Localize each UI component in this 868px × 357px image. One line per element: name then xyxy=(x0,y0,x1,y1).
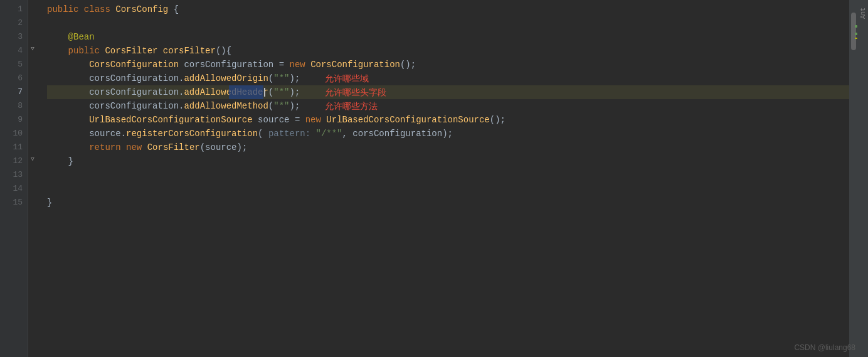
fold-icon-7 xyxy=(28,83,37,97)
code-line-13 xyxy=(47,168,849,182)
line-num-12: 12 xyxy=(0,154,23,168)
line-num-10: 10 xyxy=(0,127,23,141)
line-num-2: 2 xyxy=(0,16,23,30)
minimap-mark-1 xyxy=(855,25,857,28)
fold-icon-15 xyxy=(28,193,37,207)
code-line-10: source.registerCorsConfiguration( patter… xyxy=(47,127,849,141)
line-num-11: 11 xyxy=(0,141,23,154)
fold-icon-5 xyxy=(28,55,37,69)
fold-icon-2 xyxy=(28,14,37,28)
right-panel: Ant xyxy=(858,0,868,357)
code-line-1: public class CorsConfig { xyxy=(47,3,849,16)
code-line-3: @Bean xyxy=(47,30,849,44)
line-num-6: 6 xyxy=(0,72,23,85)
editor-container: 1 2 3 4 5 6 7 8 9 10 11 12 13 14 15 ▽ ▽ xyxy=(0,0,868,357)
fold-icon-10 xyxy=(28,124,37,138)
code-line-9: UrlBasedCorsConfigurationSource source =… xyxy=(47,113,849,127)
code-line-7: corsConfiguration.addAllowedHeader("*");… xyxy=(47,85,849,99)
code-line-5: CorsConfiguration corsConfiguration = ne… xyxy=(47,58,849,72)
line-num-14: 14 xyxy=(0,182,23,196)
line-num-13: 13 xyxy=(0,168,23,182)
line-num-5: 5 xyxy=(0,58,23,72)
fold-icon-1[interactable] xyxy=(28,0,37,14)
fold-icon-4[interactable]: ▽ xyxy=(28,41,37,55)
code-line-4: public CorsFilter corsFilter(){ xyxy=(47,44,849,58)
vertical-scrollbar[interactable] xyxy=(849,0,858,357)
fold-icon-9 xyxy=(28,110,37,124)
fold-icon-6 xyxy=(28,69,37,83)
line-num-7: 7 xyxy=(0,85,23,99)
fold-icon-12[interactable]: ▽ xyxy=(28,152,37,166)
fold-gutter: ▽ ▽ xyxy=(28,0,37,357)
line-num-3: 3 xyxy=(0,30,23,44)
code-line-15: } xyxy=(47,196,849,210)
code-line-8: corsConfiguration.addAllowedMethod("*");… xyxy=(47,99,849,113)
fold-icon-11 xyxy=(28,138,37,152)
code-line-11: return new CorsFilter(source); xyxy=(47,141,849,154)
code-line-14 xyxy=(47,182,849,196)
fold-icon-8 xyxy=(28,97,37,110)
ant-icon: Ant xyxy=(860,8,867,19)
watermark: CSDN @liulang68 xyxy=(794,343,855,352)
line-num-4: 4 xyxy=(0,44,23,58)
minimap-mark-3 xyxy=(855,38,857,39)
code-line-6: corsConfiguration.addAllowedOrigin("*");… xyxy=(47,72,849,85)
line-num-8: 8 xyxy=(0,99,23,113)
line-num-9: 9 xyxy=(0,113,23,127)
fold-icon-13 xyxy=(28,166,37,179)
fold-icon-14 xyxy=(28,179,37,193)
code-line-2 xyxy=(47,16,849,30)
minimap-mark-2 xyxy=(855,33,857,35)
fold-icon-3 xyxy=(28,28,37,41)
code-line-12: } xyxy=(47,154,849,168)
code-area[interactable]: public class CorsConfig { @Bean public C… xyxy=(37,0,849,357)
scrollbar-thumb[interactable] xyxy=(851,13,856,50)
line-num-1: 1 xyxy=(0,3,23,16)
line-num-15: 15 xyxy=(0,196,23,210)
line-numbers: 1 2 3 4 5 6 7 8 9 10 11 12 13 14 15 xyxy=(0,0,28,357)
